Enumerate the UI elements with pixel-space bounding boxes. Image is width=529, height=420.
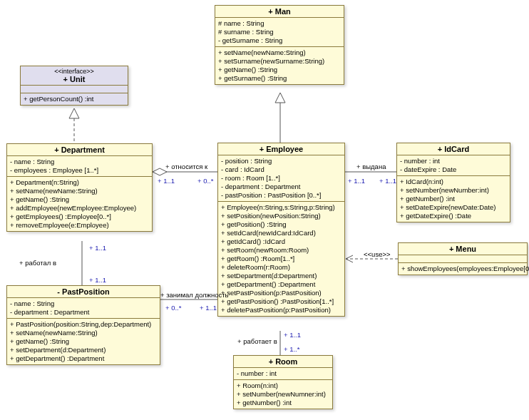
class-room: + Room - number : int + Room(n:int) + se… — [233, 355, 333, 409]
mult-dep-emp-2: + 0..* — [197, 177, 213, 185]
label-use: <<use>> — [364, 250, 391, 258]
department-attrs: - name : String - employees : Employee [… — [7, 156, 152, 177]
employee-ops: + Employee(n:String,s:String,p:String) +… — [218, 202, 344, 316]
class-employee: + Employee - position : String - card : … — [217, 143, 345, 317]
man-name: + Man — [215, 6, 344, 18]
menu-ops: + showEmployees(employees:Employee[0..*]… — [399, 263, 527, 275]
pastposition-attrs: - name : String - department : Departmen… — [7, 298, 160, 319]
mult-held-1: + 0..* — [165, 304, 181, 312]
unit-ops: + getPersonCount() :int — [21, 93, 128, 105]
mult-worked-2: + 1..1 — [89, 276, 106, 284]
mult-worked-1: + 1..1 — [89, 244, 106, 252]
idcard-ops: + IdCard(n:int) + setNumber(newNumber:in… — [397, 176, 510, 222]
department-name: + Department — [7, 144, 152, 156]
room-attrs: - number : int — [234, 368, 332, 380]
pastposition-ops: + PastPosition(position:String,dep:Depar… — [7, 319, 160, 364]
room-name: + Room — [234, 356, 332, 368]
svg-marker-3 — [153, 168, 167, 175]
room-ops: + Room(n:int) + setNumber(newNumner:int)… — [234, 380, 332, 409]
class-unit-title: <<interface>> + Unit — [21, 66, 128, 86]
label-belongs: + относится к — [165, 163, 207, 170]
pastposition-name: - PastPosition — [7, 286, 160, 298]
class-man: + Man # name : String # surname : String… — [215, 5, 344, 85]
svg-marker-1 — [275, 93, 285, 103]
mult-emp-card-1: + 1..1 — [348, 177, 365, 185]
svg-marker-0 — [69, 108, 79, 118]
class-unit: <<interface>> + Unit + getPersonCount() … — [20, 66, 128, 106]
mult-works-1: + 1..1 — [284, 331, 301, 339]
idcard-attrs: - number : int - dateExpire : Date — [397, 155, 510, 176]
idcard-name: + IdCard — [397, 143, 510, 155]
mult-dep-emp-1: + 1..1 — [158, 177, 175, 185]
label-works: + работает в — [237, 337, 277, 345]
unit-name: + Unit — [24, 75, 125, 83]
unit-stereotype: <<interface>> — [24, 68, 125, 75]
label-held: + занимал должность — [160, 291, 228, 299]
mult-emp-card-2: + 1..1 — [379, 177, 396, 185]
class-idcard: + IdCard - number : int - dateExpire : D… — [396, 143, 510, 222]
employee-attrs: - position : String - card : IdCard - ro… — [218, 155, 344, 202]
label-issued: + выдана — [356, 163, 386, 170]
man-ops: + setName(newName:String) + setSurname(n… — [215, 47, 344, 84]
class-department: + Department - name : String - employees… — [6, 143, 153, 232]
department-ops: + Department(n:String) + setName(newName… — [7, 177, 152, 231]
employee-name: + Employee — [218, 143, 344, 155]
menu-name: + Menu — [399, 243, 527, 255]
class-menu: + Menu + showEmployees(employees:Employe… — [398, 242, 528, 275]
mult-works-2: + 1..* — [284, 345, 299, 353]
man-attrs: # name : String # surname : String - get… — [215, 18, 344, 47]
label-worked: + работал в — [19, 259, 56, 267]
class-pastposition: - PastPosition - name : String - departm… — [6, 285, 160, 365]
mult-held-2: + 1..1 — [200, 304, 217, 312]
